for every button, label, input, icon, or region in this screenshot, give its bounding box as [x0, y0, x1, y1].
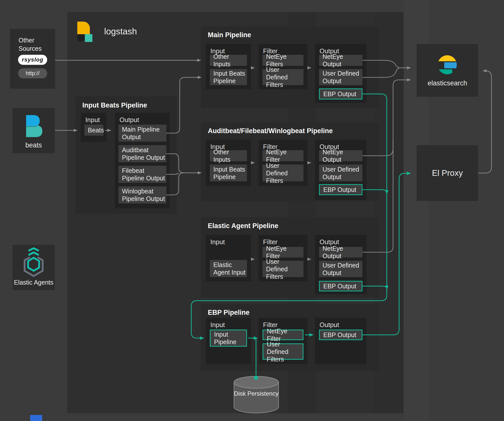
diagram-canvas: logstash Other Sources rsyslog http:// b…	[0, 0, 504, 421]
elastic-agent-input-label: Input	[210, 238, 225, 246]
beats-family-item-other-inputs: Other Inputs	[210, 150, 247, 161]
elastic-agent-item-ebp-output: EBP Output	[319, 281, 362, 291]
elastic-agents-label: Elastic Agents	[13, 278, 55, 287]
ebp-item-ebp-output: EBP Output	[319, 330, 362, 340]
ebp-input-label: Input	[210, 321, 225, 329]
elastic-agents-icon	[22, 247, 46, 278]
main-item-user-defined-output: User Defined Output	[319, 69, 362, 85]
connector-elproxy-to-elasticsearch	[478, 71, 491, 173]
main-item-ebp-output: EBP Output	[319, 88, 362, 99]
disk-persistency-label: Disk Persistency	[234, 390, 279, 397]
ebp-item-input-pipeline: Input Pipeline	[210, 330, 247, 347]
beats-family-item-user-defined-filters: User Defined Filters	[263, 165, 303, 181]
ebp-output-label: Output	[320, 321, 339, 329]
elastic-agent-item-neteye-filter: NetEye Filter	[263, 247, 303, 257]
input-beats-item-filebeat-pipeline-output: Filebeat Pipeline Output	[118, 166, 166, 183]
http-source-pill: http://	[18, 68, 47, 78]
input-beats-item-beats: Beats	[84, 125, 103, 136]
beats-icon	[26, 115, 44, 137]
pipeline-elastic-agent-title: Elastic Agent Pipeline	[208, 222, 278, 230]
pipeline-ebp-title: EBP Pipeline	[208, 309, 249, 317]
other-sources-title: Other Sources	[19, 36, 46, 53]
elasticsearch-label: elasticsearch	[417, 79, 478, 87]
elastic-agent-item-input: Elastic Agent Input	[210, 260, 247, 277]
beats-family-item-ebp-output: EBP Output	[319, 184, 362, 195]
ebp-item-neteye-filter: NetEye Filter	[263, 330, 303, 340]
beats-family-item-user-defined-output: User Defined Output	[319, 165, 362, 181]
input-beats-input-label: Input	[85, 116, 100, 124]
bottom-left-blue-mark	[30, 415, 42, 421]
main-item-user-defined-filters: User Defined Filters	[263, 69, 303, 85]
beats-family-item-input-beats-pipeline: Input Beats Pipeline	[210, 165, 247, 181]
logstash-wordmark: logstash	[104, 26, 137, 36]
beats-family-item-neteye-output: NetEye Output	[319, 150, 362, 161]
beats-label: beats	[13, 141, 55, 149]
logstash-icon	[77, 21, 97, 42]
elastic-agent-item-neteye-output: NetEye Output	[319, 247, 362, 257]
main-item-neteye-filters: NetEye Filters	[263, 55, 303, 66]
elasticsearch-icon	[437, 53, 457, 76]
input-beats-item-main-pipeline-output: Main Pipeline Output	[118, 125, 166, 142]
input-beats-item-auditbeat-pipeline-output: Auditbeat Pipeline Output	[118, 145, 166, 162]
elastic-agent-item-user-defined-filters: User Defined Filters	[263, 261, 303, 277]
beats-family-item-neteye-filter: NetEye Filter	[263, 150, 303, 161]
pipeline-main-title: Main Pipeline	[208, 31, 251, 39]
input-beats-item-winlogbeat-pipeline-output: Winlogbeat Pipeline Output	[118, 186, 166, 203]
main-item-other-inputs: Other Inputs	[210, 55, 247, 66]
el-proxy-label: El Proxy	[417, 168, 478, 178]
rsyslog-logo: rsyslog	[18, 55, 47, 65]
main-item-neteye-output: NetEye Output	[319, 55, 362, 66]
elastic-agent-item-user-defined-output: User Defined Output	[319, 261, 362, 277]
pipeline-input-beats-title: Input Beats Pipeline	[82, 101, 147, 109]
pipeline-beats-family-title: Auditbeat/Filebeat/Winlogbeat Pipeline	[208, 127, 333, 135]
input-beats-output-label: Output	[119, 116, 139, 124]
ebp-item-user-defined-filters: User Defined Filters	[263, 343, 303, 360]
main-item-input-beats-pipeline: Input Beats Pipeline	[210, 69, 247, 85]
